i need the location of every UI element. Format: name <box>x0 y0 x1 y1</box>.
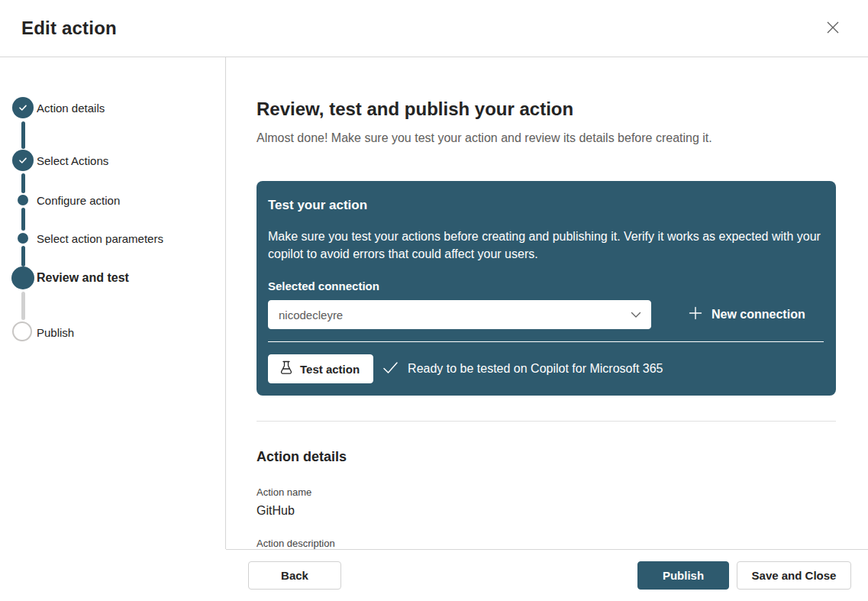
step-upcoming-icon <box>12 322 32 341</box>
step-review-and-test[interactable]: Review and test <box>0 267 225 289</box>
new-connection-button[interactable]: New connection <box>689 306 805 323</box>
connection-dropdown[interactable]: nicodecleyre <box>268 300 651 329</box>
test-action-button[interactable]: Test action <box>268 354 373 383</box>
test-action-button-label: Test action <box>300 363 360 376</box>
dialog-title: Edit action <box>21 18 117 39</box>
action-details-heading: Action details <box>257 448 836 466</box>
test-status-text: Ready to be tested on Copilot for Micros… <box>408 362 663 376</box>
action-description-label: Action description <box>257 538 836 549</box>
test-card-title: Test your action <box>268 197 824 214</box>
section-divider <box>257 421 836 422</box>
checkmark-icon <box>382 361 399 377</box>
dialog-header: Edit action <box>0 0 868 57</box>
action-name-label: Action name <box>257 486 836 499</box>
step-connector <box>21 292 25 320</box>
step-select-action-parameters[interactable]: Select action parameters <box>0 233 225 244</box>
test-status: Ready to be tested on Copilot for Micros… <box>382 361 663 377</box>
step-dot-icon <box>18 195 28 205</box>
test-action-card: Test your action Make sure you test your… <box>257 181 836 396</box>
step-connector <box>21 208 25 231</box>
main-content: Review, test and publish your action Alm… <box>226 57 868 549</box>
selected-connection-label: Selected connection <box>268 280 824 292</box>
dialog-footer: Back Publish Save and Close <box>0 549 868 601</box>
step-label: Review and test <box>37 271 129 285</box>
page-subtitle: Almost done! Make sure you test your act… <box>257 130 836 146</box>
test-card-description: Make sure you test your actions before c… <box>268 228 824 263</box>
publish-button[interactable]: Publish <box>637 561 729 590</box>
step-label: Configure action <box>37 194 120 207</box>
close-button[interactable] <box>821 16 845 40</box>
plus-icon <box>689 306 702 323</box>
new-connection-label: New connection <box>712 308 805 322</box>
edit-action-dialog: Edit action Action details Selec <box>0 0 868 601</box>
card-divider <box>268 341 824 342</box>
step-label: Select action parameters <box>37 232 163 245</box>
action-name-value: GitHub <box>257 502 836 519</box>
beaker-icon <box>279 360 293 377</box>
step-connector <box>21 121 25 149</box>
step-completed-icon <box>12 97 34 118</box>
back-button[interactable]: Back <box>248 561 341 590</box>
connection-dropdown-value: nicodecleyre <box>279 309 343 322</box>
step-label: Action details <box>37 102 105 115</box>
step-dot-icon <box>18 233 28 244</box>
chevron-down-icon <box>631 308 641 322</box>
step-select-actions[interactable]: Select Actions <box>0 150 225 171</box>
step-current-icon <box>11 267 34 289</box>
close-icon <box>826 21 840 37</box>
wizard-stepper: Action details Select Actions Configure … <box>0 57 226 549</box>
step-action-details[interactable]: Action details <box>0 97 225 118</box>
step-publish[interactable]: Publish <box>0 322 225 343</box>
step-connector <box>21 173 25 193</box>
save-and-close-button[interactable]: Save and Close <box>737 561 851 590</box>
step-label: Publish <box>37 326 74 339</box>
step-completed-icon <box>12 150 34 171</box>
page-title: Review, test and publish your action <box>257 97 836 121</box>
step-label: Select Actions <box>37 154 108 167</box>
step-configure-action[interactable]: Configure action <box>0 195 225 205</box>
step-connector <box>21 246 25 267</box>
